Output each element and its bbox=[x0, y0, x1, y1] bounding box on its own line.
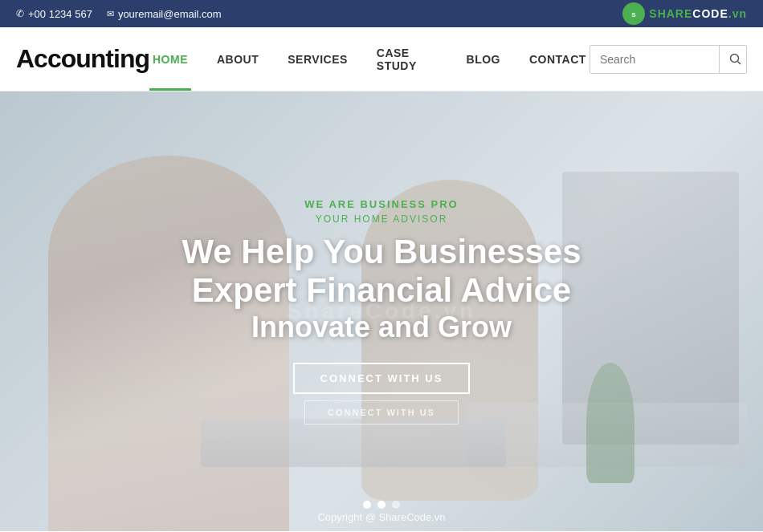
search-icon bbox=[729, 53, 742, 66]
phone-icon: ✆ bbox=[16, 8, 24, 19]
nav-contact[interactable]: CONTACT bbox=[526, 27, 590, 91]
dot-1[interactable] bbox=[363, 501, 371, 509]
hero-title-2: Expert Financial Advice bbox=[141, 271, 622, 310]
svg-point-2 bbox=[730, 54, 738, 62]
phone-number: +00 1234 567 bbox=[28, 8, 92, 20]
nav-blog[interactable]: BLOG bbox=[463, 27, 504, 91]
svg-line-3 bbox=[737, 61, 741, 64]
email-info: ✉ youremail@email.com bbox=[107, 8, 222, 20]
nav-services[interactable]: SERVICES bbox=[284, 27, 351, 91]
dot-3[interactable] bbox=[392, 501, 400, 509]
logo-text: SHARECODE.vn bbox=[649, 7, 747, 20]
dot-2[interactable] bbox=[377, 501, 386, 509]
phone-info: ✆ +00 1234 567 bbox=[16, 8, 92, 20]
hero-title-3: Innovate and Grow bbox=[141, 311, 622, 343]
nav-case-study[interactable]: CASE STUDY bbox=[373, 27, 441, 91]
connect-with-us-outline-button[interactable]: CONNECT WITH US bbox=[304, 400, 459, 424]
hero-section: ShareCode.vn WE ARE BUSINESS PRO YOUR HO… bbox=[0, 91, 763, 531]
hero-title-1: We Help You Businesses bbox=[141, 233, 622, 271]
email-icon: ✉ bbox=[107, 9, 114, 19]
top-bar: ✆ +00 1234 567 ✉ youremail@email.com S S… bbox=[0, 0, 763, 27]
top-bar-logo[interactable]: S SHARECODE.vn bbox=[622, 2, 747, 25]
search-input[interactable] bbox=[590, 46, 719, 73]
email-address: youremail@email.com bbox=[118, 8, 222, 20]
main-nav: HOME ABOUT SERVICES CASE STUDY BLOG CONT… bbox=[149, 27, 590, 91]
hero-eyebrow: WE ARE BUSINESS PRO bbox=[141, 198, 622, 210]
header: Accounting HOME ABOUT SERVICES CASE STUD… bbox=[0, 27, 763, 91]
site-title: Accounting bbox=[16, 44, 149, 74]
logo-svg: S bbox=[626, 6, 641, 21]
search-button[interactable] bbox=[719, 46, 747, 73]
hero-sub: YOUR HOME ADVISOR bbox=[141, 213, 622, 225]
logo-icon: S bbox=[622, 2, 645, 25]
svg-text:S: S bbox=[632, 11, 637, 18]
slider-dots bbox=[363, 501, 400, 509]
hero-content: WE ARE BUSINESS PRO YOUR HOME ADVISOR We… bbox=[141, 198, 622, 424]
nav-home[interactable]: HOME bbox=[149, 27, 191, 91]
footer-copyright: Copyright @ ShareCode.vn bbox=[317, 511, 445, 523]
hero-buttons: CONNECT WITH US CONNECT WITH US bbox=[141, 363, 622, 424]
search-area bbox=[590, 45, 747, 74]
connect-with-us-button[interactable]: CONNECT WITH US bbox=[293, 363, 471, 394]
nav-about[interactable]: ABOUT bbox=[214, 27, 262, 91]
top-bar-contact: ✆ +00 1234 567 ✉ youremail@email.com bbox=[16, 8, 222, 20]
